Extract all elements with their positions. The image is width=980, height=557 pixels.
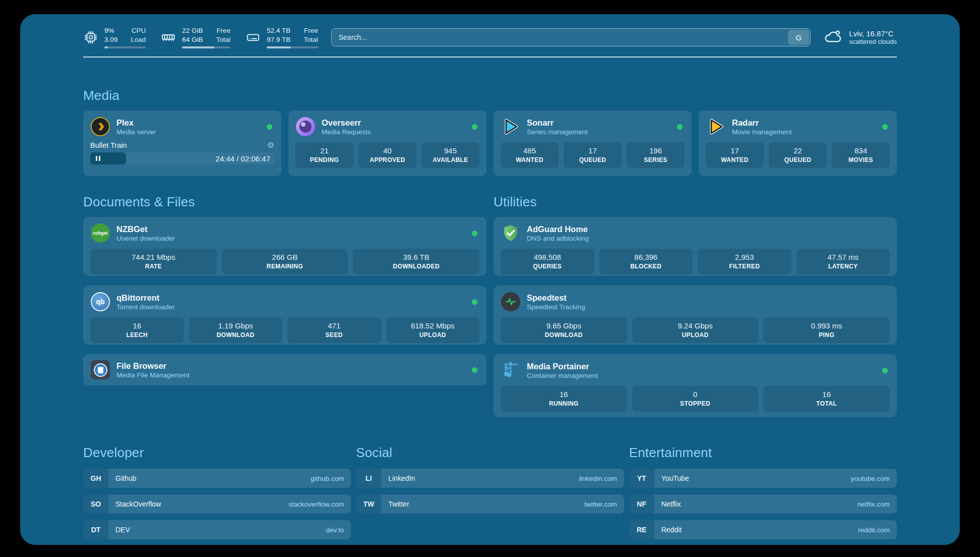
cpu-metric: 9% CPU 3.09 Load [83,26,146,48]
stat-downloaded: 39.6 TB DOWNLOADED [353,249,479,274]
card-title: qBittorrent [116,293,466,303]
cloud-icon [824,27,843,48]
playback-progress-bar[interactable]: 24:44 / 02:06:47 [90,152,274,164]
bookmark-netflix[interactable]: NF Netflix netflix.com [629,494,897,514]
status-online-dot [472,299,477,305]
weather-condition: scattered clouds [849,38,897,45]
stat-stopped: 0 STOPPED [632,386,759,412]
card-title: Overseerr [322,118,466,128]
card-title: Radarr [732,118,876,128]
stat-running: 16 RUNNING [501,386,627,412]
bookmark-abbr: LI [356,469,381,488]
card-nzbget[interactable]: nzbget NZBGet Usenet downloader 744.21 M… [83,217,486,276]
search-input[interactable] [331,28,811,46]
bookmark-url: dev.to [326,526,344,534]
stat-queued: 22 QUEUED [769,142,827,168]
plex-now-playing: Bullet Train ⚙ 24:44 / 02:06:47 [90,141,274,164]
cpu-usage-label: CPU [131,26,146,35]
status-online-dot [267,124,272,130]
stat-download: 9.65 Gbps DOWNLOAD [501,317,627,343]
bookmark-reddit[interactable]: RE Reddit reddit.com [629,520,897,539]
now-playing-title: Bullet Train [90,141,127,149]
cpu-icon [83,30,98,45]
status-online-dot [472,231,477,236]
search-provider-button[interactable]: G [788,30,809,45]
memory-icon [161,30,176,45]
bookmark-url: linkedin.com [579,475,617,482]
card-subtitle: Container management [527,371,876,380]
card-radarr[interactable]: Radarr Movie management 17 WANTED 22 QUE… [699,110,897,176]
playback-progress-fill [90,152,126,164]
disk-total-value: 97.9 TB [267,35,290,44]
plex-icon [90,117,110,137]
card-title: NZBGet [116,224,466,234]
bookmark-url: youtube.com [851,475,890,482]
stat-upload: 618.52 Mbps UPLOAD [386,317,480,343]
card-subtitle: Speedtest Tracking [527,303,890,311]
card-title: Media Portainer [527,361,876,371]
bookmark-youtube[interactable]: YT YouTube youtube.com [629,469,897,488]
card-sonarr[interactable]: Sonarr Series management 485 WANTED 17 Q… [494,110,692,176]
bookmark-stackoverflow[interactable]: SO StackOverflow stackoverflow.com [83,494,351,514]
radarr-icon [706,117,726,137]
status-online-dot [472,367,477,373]
adguard-icon [501,223,521,243]
card-overseerr[interactable]: Overseerr Media Requests 21 PENDING 40 A… [288,110,486,176]
bookmark-abbr: TW [356,494,381,514]
memory-total-value: 64 GiB [182,35,203,44]
card-speedtest[interactable]: Speedtest Speedtest Tracking 9.65 Gbps D… [494,286,897,345]
bookmark-name: YouTube [661,474,689,482]
stat-movies: 834 MOVIES [832,142,890,168]
dashboard: 9% CPU 3.09 Load 22 [20,14,960,545]
search-bar: G [331,28,811,46]
portainer-icon [501,360,521,380]
bookmark-group-social: Social LI LinkedIn linkedin.com TW Twitt… [356,445,624,539]
section-documents: Documents & Files nzbget NZBGet Usenet d… [83,194,486,417]
stat-queries: 498,508 QUERIES [501,249,594,274]
card-filebrowser[interactable]: File Browser Media File Management [83,354,486,385]
memory-free-value: 22 GiB [182,26,203,35]
card-subtitle: DNS and adblocking [527,234,890,243]
memory-total-label: Total [216,35,231,44]
section-title-documents: Documents & Files [83,194,486,210]
stat-leech: 16 LEECH [90,317,184,343]
stat-queued: 17 QUEUED [564,142,622,168]
stat-wanted: 485 WANTED [501,142,559,168]
cpu-load-value: 3.09 [104,35,117,44]
stat-latency: 47.57 ms LATENCY [797,249,890,274]
stat-rate: 744.21 Mbps RATE [90,249,217,274]
bookmark-linkedin[interactable]: LI LinkedIn linkedin.com [356,469,624,488]
section-utilities: Utilities [494,194,897,417]
media-card-grid: Plex Media server Bullet Train ⚙ 24:44 /… [83,110,897,176]
header-divider [83,57,897,58]
qbittorrent-icon: qb [90,292,110,312]
bookmark-name: Netflix [661,500,681,508]
card-title: File Browser [116,361,466,371]
weather-location: Lviv, 16.87°C [849,29,897,38]
filebrowser-icon [90,360,110,380]
card-portainer[interactable]: Media Portainer Container management 16 … [494,354,897,417]
stat-available: 945 AVAILABLE [421,142,479,168]
disk-free-value: 52.4 TB [267,26,290,35]
bookmark-url: github.com [311,475,344,482]
stat-upload: 9.24 Gbps UPLOAD [632,317,759,343]
bookmark-url: netflix.com [857,500,890,508]
settings-icon[interactable]: ⚙ [267,141,274,149]
stat-filtered: 2,953 FILTERED [698,249,791,274]
weather-widget: Lviv, 16.87°C scattered clouds [824,27,897,48]
status-online-dot [472,124,477,130]
card-qbittorrent[interactable]: qb qBittorrent Torrent downloader 16 LEE… [83,286,486,345]
bookmark-dev[interactable]: DT DEV dev.to [83,520,351,539]
memory-free-label: Free [216,26,231,35]
card-subtitle: Media Requests [322,128,466,136]
disk-free-label: Free [303,26,318,35]
bookmark-github[interactable]: GH Github github.com [83,469,351,488]
status-online-dot [677,124,683,130]
sonarr-icon [501,117,521,137]
card-plex[interactable]: Plex Media server Bullet Train ⚙ 24:44 /… [83,110,281,176]
card-adguard[interactable]: AdGuard Home DNS and adblocking 498,508 … [494,217,897,276]
playback-time: 24:44 / 02:06:47 [216,152,270,164]
header: 9% CPU 3.09 Load 22 [83,23,897,51]
bookmark-twitter[interactable]: TW Twitter twitter.com [356,494,624,514]
card-subtitle: Media File Management [116,371,466,379]
